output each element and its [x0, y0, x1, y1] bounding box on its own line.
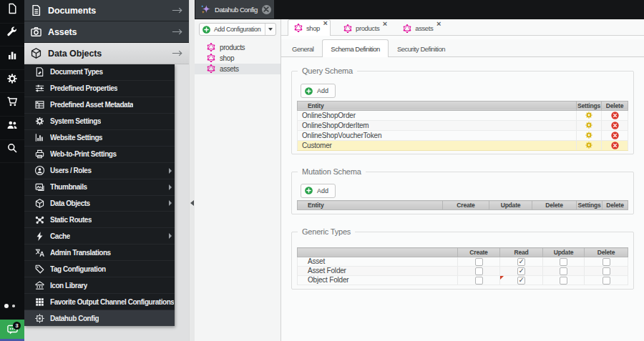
settings-gear-icon[interactable]: [585, 121, 593, 129]
menu-item-predefined-asset-metadata[interactable]: Predefined Asset Metadata: [24, 97, 175, 114]
column-header-read[interactable]: Read: [500, 248, 543, 257]
accordion-header-data-objects[interactable]: Data Objects: [24, 43, 189, 64]
tree-item-label: assets: [220, 65, 239, 73]
mutation-add-button[interactable]: Add: [301, 184, 336, 198]
tab-products[interactable]: products ×: [337, 20, 390, 36]
checkbox[interactable]: [475, 258, 483, 266]
search-icon[interactable]: [0, 140, 24, 164]
column-header-update[interactable]: Update: [489, 201, 532, 210]
delete-icon[interactable]: [610, 121, 620, 130]
bar-chart-icon[interactable]: [0, 46, 24, 70]
checkbox[interactable]: [560, 267, 567, 275]
checkbox[interactable]: [517, 258, 525, 266]
column-header-delete[interactable]: Delete: [602, 201, 628, 210]
column-header-update[interactable]: Update: [543, 248, 585, 257]
column-header-create[interactable]: Create: [458, 248, 500, 257]
type-label-cell: Asset: [298, 257, 458, 267]
top-tab-datahub-config[interactable]: Datahub Config: [195, 0, 274, 19]
accordion-header-assets[interactable]: Assets: [24, 21, 189, 43]
table-row[interactable]: OnlineShopOrderItem: [298, 120, 628, 130]
delete-icon[interactable]: [610, 141, 620, 150]
column-header-delete[interactable]: Delete: [602, 101, 628, 110]
checkbox[interactable]: [517, 267, 525, 275]
collapse-left-icon[interactable]: [190, 200, 194, 206]
close-icon[interactable]: ×: [436, 20, 441, 28]
menu-item-favorite-output-channel-configurations[interactable]: Favorite Output Channel Configurations: [24, 294, 175, 310]
settings-gear-icon[interactable]: [585, 141, 593, 149]
menu-item-data-objects[interactable]: Data Objects: [24, 196, 175, 212]
checkbox[interactable]: [602, 267, 610, 275]
users-icon[interactable]: [0, 117, 24, 140]
grid-icon: [34, 297, 45, 307]
accordion-header-documents[interactable]: Documents: [24, 0, 189, 21]
column-header-create[interactable]: Create: [443, 201, 489, 210]
column-header-delete[interactable]: Delete: [585, 248, 628, 257]
subtab-schema-definition[interactable]: Schema Definition: [322, 39, 389, 57]
type-label-cell: Asset Folder: [298, 266, 458, 275]
settings-gear-icon[interactable]: [585, 131, 593, 139]
tab-shop[interactable]: shop ×: [288, 19, 331, 36]
subtab-security-definition[interactable]: Security Definition: [389, 40, 454, 57]
table-row[interactable]: Customer: [298, 140, 628, 150]
menu-item-label: Icon Library: [50, 282, 87, 290]
settings-gear-icon[interactable]: [585, 111, 593, 119]
file-icon[interactable]: [0, 0, 24, 24]
checkbox[interactable]: [517, 277, 525, 285]
menu-item-label: Predefined Asset Metadata: [50, 101, 133, 109]
tree-item-products[interactable]: products: [195, 42, 280, 53]
close-circle-icon[interactable]: [262, 5, 271, 14]
chat-button[interactable]: 3: [0, 320, 24, 339]
menu-item-thumbnails[interactable]: Thumbnails: [24, 179, 175, 196]
panel-splitter[interactable]: [189, 0, 195, 341]
delete-icon[interactable]: [610, 131, 620, 140]
menu-item-static-routes[interactable]: Static Routes: [24, 212, 175, 228]
table-row[interactable]: OnlineShopVoucherToken: [298, 130, 628, 140]
gear-icon[interactable]: [0, 70, 24, 94]
column-header-entity[interactable]: Entity: [298, 201, 443, 210]
checkbox[interactable]: [560, 258, 567, 266]
query-add-button[interactable]: Add: [301, 84, 336, 98]
table-row[interactable]: OnlineShopOrder: [298, 110, 628, 120]
checkbox[interactable]: [475, 277, 483, 285]
menu-item-system-settings[interactable]: System Settings: [24, 114, 175, 130]
add-configuration-dropdown[interactable]: [265, 24, 275, 35]
column-header-entity[interactable]: Entity: [298, 101, 577, 110]
column-header-settings[interactable]: Settings: [577, 101, 602, 110]
dot-icon: [4, 304, 9, 308]
checkbox[interactable]: [602, 258, 610, 266]
menu-item-users-roles[interactable]: Users / Roles: [24, 163, 175, 179]
datahub-sparkle-icon: [200, 4, 211, 15]
menu-item-website-settings[interactable]: Website Settings: [24, 130, 175, 147]
tree-item-shop[interactable]: shop: [195, 53, 280, 64]
close-icon[interactable]: ×: [383, 20, 387, 28]
schema-definition-content: Query Schema Add Entity Settings Delete: [281, 57, 644, 290]
menu-item-icon-library[interactable]: Icon Library: [24, 277, 175, 294]
tab-label: assets: [415, 24, 433, 32]
tree-item-assets[interactable]: assets: [195, 64, 280, 74]
menu-item-datahub-config[interactable]: Datahub Config: [24, 310, 175, 326]
checkbox[interactable]: [560, 277, 567, 285]
tab-assets[interactable]: assets ×: [396, 20, 444, 36]
menu-item-tag-configuration[interactable]: Tag Configuration: [24, 261, 175, 277]
menu-item-document-types[interactable]: Document Types: [24, 64, 175, 81]
close-icon[interactable]: ×: [323, 19, 328, 27]
column-header-settings[interactable]: Settings: [577, 201, 602, 210]
menu-item-label: Predefined Properties: [50, 84, 117, 92]
menu-item-web-to-print-settings[interactable]: Web-to-Print Settings: [24, 147, 175, 163]
checkbox[interactable]: [602, 277, 610, 285]
shopping-cart-icon[interactable]: [0, 93, 24, 117]
add-configuration-button[interactable]: Add Configuration: [200, 24, 265, 35]
document-icon: [29, 4, 42, 17]
wrench-icon[interactable]: [0, 24, 24, 47]
menu-item-cache[interactable]: Cache: [24, 228, 175, 244]
menu-item-predefined-properties[interactable]: Predefined Properties: [24, 81, 175, 97]
menu-item-admin-translations[interactable]: Admin Translations: [24, 244, 175, 261]
checkbox[interactable]: [475, 267, 483, 275]
delete-icon[interactable]: [610, 111, 620, 120]
pagination-dots[interactable]: [0, 301, 24, 311]
fieldset-legend: Mutation Schema: [298, 167, 366, 176]
network-icon: [34, 214, 45, 225]
column-header-delete[interactable]: Delete: [532, 201, 577, 210]
accordion-label: Documents: [48, 6, 96, 16]
subtab-general[interactable]: General: [283, 40, 322, 57]
